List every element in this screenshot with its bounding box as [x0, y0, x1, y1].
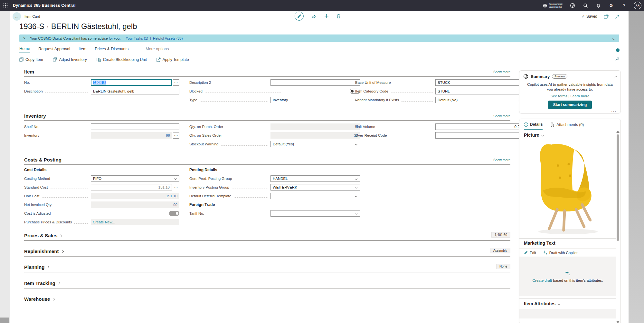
- teaching-tip-dot[interactable]: [616, 48, 620, 52]
- standard-cost-input[interactable]: 151.10: [91, 184, 172, 191]
- item-attributes-header[interactable]: Item Attributes: [519, 299, 616, 306]
- item-picture[interactable]: [519, 138, 616, 236]
- field-base-unit: Base Unit of Measure STÜCK: [355, 79, 524, 86]
- section-item-tracking[interactable]: Item Tracking: [24, 280, 510, 288]
- tariff-no-select[interactable]: [270, 210, 360, 217]
- notifications-bell-icon[interactable]: [595, 2, 601, 9]
- copilot-icon[interactable]: [569, 2, 576, 9]
- shelf-no-input[interactable]: [91, 123, 179, 130]
- new-record-plus-icon[interactable]: [324, 14, 329, 18]
- edit-pencil-icon[interactable]: [295, 12, 304, 21]
- tab-divider: [137, 47, 137, 52]
- field-costing-method: Costing Method FIFO: [24, 175, 179, 182]
- no-assist-button[interactable]: ...: [173, 79, 179, 86]
- edit-marketing-text-button[interactable]: Edit: [524, 251, 536, 255]
- section-replenishment[interactable]: Replenishment Assembly: [24, 249, 510, 256]
- section-costs-show-more[interactable]: Show more: [493, 158, 510, 162]
- app-title[interactable]: Dynamics 365 Business Central: [13, 3, 76, 8]
- collapse-page-icon[interactable]: [615, 15, 620, 19]
- summary-overflow-menu[interactable]: ...: [611, 108, 617, 113]
- create-stockkeeping-unit-button[interactable]: Create Stockkeeping Unit: [97, 57, 147, 62]
- field-qty-purch-order: Qty. on Purch. Order 5: [189, 123, 360, 130]
- banner-close-icon[interactable]: ×: [23, 36, 25, 41]
- apply-template-button[interactable]: Apply Template: [156, 57, 189, 62]
- inventory-assist-button[interactable]: ...: [173, 132, 179, 139]
- banner-expand-chevron-icon[interactable]: [613, 36, 615, 40]
- section-costs-title[interactable]: Costs & Posting: [24, 157, 510, 162]
- breadcrumb[interactable]: Item Card: [24, 15, 40, 18]
- open-in-window-icon[interactable]: [604, 15, 609, 19]
- standard-cost-assist[interactable]: ...: [173, 184, 179, 191]
- gen-prod-posting-group-select[interactable]: HANDEL: [270, 175, 360, 182]
- no-input[interactable]: 1936-S: [91, 79, 172, 86]
- copy-item-button[interactable]: Copy Item: [19, 57, 43, 62]
- stockout-warning-select[interactable]: Default (Yes): [270, 141, 360, 147]
- section-inventory-title[interactable]: Inventory: [24, 113, 510, 119]
- type-select[interactable]: Inventory: [270, 97, 360, 103]
- cost-is-adjusted-toggle[interactable]: [169, 211, 179, 216]
- section-rule: [24, 120, 510, 121]
- create-new-link[interactable]: Create New...: [93, 220, 115, 224]
- variant-mandatory-select[interactable]: Default (No): [435, 97, 524, 103]
- share-icon[interactable]: [311, 14, 317, 19]
- description2-input[interactable]: [270, 79, 360, 86]
- section-warehouse[interactable]: Warehouse: [24, 296, 510, 304]
- section-rule: [24, 164, 510, 165]
- field-standard-cost: Standard Cost 151.10 ...: [24, 184, 179, 191]
- scroll-up-arrow[interactable]: [616, 131, 620, 133]
- app-launcher-icon[interactable]: [0, 0, 11, 11]
- section-item-title[interactable]: Item: [24, 69, 510, 74]
- banner-assets-link[interactable]: Helpful Assets (35): [153, 36, 183, 40]
- summary-collapse-chevron-icon[interactable]: [615, 73, 617, 79]
- see-terms-link[interactable]: See terms: [551, 94, 567, 98]
- tab-attachments[interactable]: Attachments (0): [550, 122, 584, 130]
- search-icon[interactable]: [582, 2, 589, 9]
- advice-notification-banner: × Your COSMO Digital Consultant has some…: [19, 34, 619, 42]
- banner-link-separator: |: [150, 36, 151, 40]
- start-summarizing-button[interactable]: Start summarizing: [548, 101, 592, 109]
- field-default-deferral-template: Default Deferral Template: [189, 193, 360, 199]
- picture-section-header[interactable]: Picture: [519, 130, 616, 138]
- tab-more-options[interactable]: More options: [146, 47, 169, 53]
- field-tariff-no: Tariff No.: [189, 210, 360, 217]
- chevron-down-icon: [541, 134, 544, 136]
- environment-indicator[interactable]: Environment: Sales-Demo: [543, 3, 563, 8]
- tab-prices-discounts[interactable]: Prices & Discounts: [95, 47, 128, 53]
- scroll-down-arrow[interactable]: [616, 321, 620, 323]
- unit-volume-input[interactable]: 0.25: [435, 123, 524, 130]
- pin-actionbar-icon[interactable]: [615, 57, 620, 61]
- base-unit-select[interactable]: STÜCK: [435, 79, 524, 86]
- section-inventory: Inventory Show more Shelf No. Inventory …: [24, 113, 510, 121]
- adjust-inventory-button[interactable]: Adjust Inventory: [53, 57, 87, 62]
- item-category-select[interactable]: STUHL: [435, 88, 524, 94]
- tab-home[interactable]: Home: [19, 46, 30, 53]
- section-item-show-more[interactable]: Show more: [493, 70, 510, 74]
- tab-details[interactable]: i Details: [524, 122, 543, 130]
- inventory-posting-group-select[interactable]: WEITERVERK: [270, 184, 360, 191]
- delete-trash-icon[interactable]: [336, 14, 341, 18]
- back-button[interactable]: ←: [13, 12, 21, 21]
- section-planning[interactable]: Planning None: [24, 264, 510, 272]
- draft-with-copilot-button[interactable]: Draft with Copilot: [543, 250, 578, 255]
- help-icon[interactable]: ?: [621, 2, 627, 9]
- chevron-right-icon: [61, 250, 63, 252]
- scrollbar-thumb[interactable]: [617, 134, 619, 241]
- tab-item[interactable]: Item: [79, 47, 86, 53]
- tab-request-approval[interactable]: Request Approval: [38, 47, 70, 53]
- create-draft-link[interactable]: Create draft: [533, 279, 552, 282]
- learn-more-link[interactable]: Learn more: [571, 94, 590, 98]
- foreign-trade-subheading: Foreign Trade: [189, 201, 360, 208]
- section-inventory-show-more[interactable]: Show more: [493, 114, 510, 118]
- field-cost-is-adjusted: Cost is Adjusted: [24, 210, 179, 217]
- qty-purch-order-value: 5: [270, 123, 360, 130]
- field-stockout-warning: Stockout Warning Default (Yes): [189, 141, 360, 147]
- user-avatar[interactable]: AA: [634, 2, 641, 9]
- default-deferral-template-select[interactable]: [270, 193, 360, 199]
- costing-method-select[interactable]: FIFO: [91, 175, 179, 182]
- section-prices-sales[interactable]: Prices & Sales 1,401.60: [24, 233, 510, 240]
- over-receipt-code-select[interactable]: [435, 132, 524, 139]
- banner-tasks-link[interactable]: Your Tasks (1): [126, 36, 148, 40]
- factbox-scrollbar[interactable]: [616, 131, 620, 323]
- settings-gear-icon[interactable]: ⚙: [608, 2, 614, 9]
- description-input[interactable]: BERLIN Gästestuhl, gelb: [91, 88, 179, 94]
